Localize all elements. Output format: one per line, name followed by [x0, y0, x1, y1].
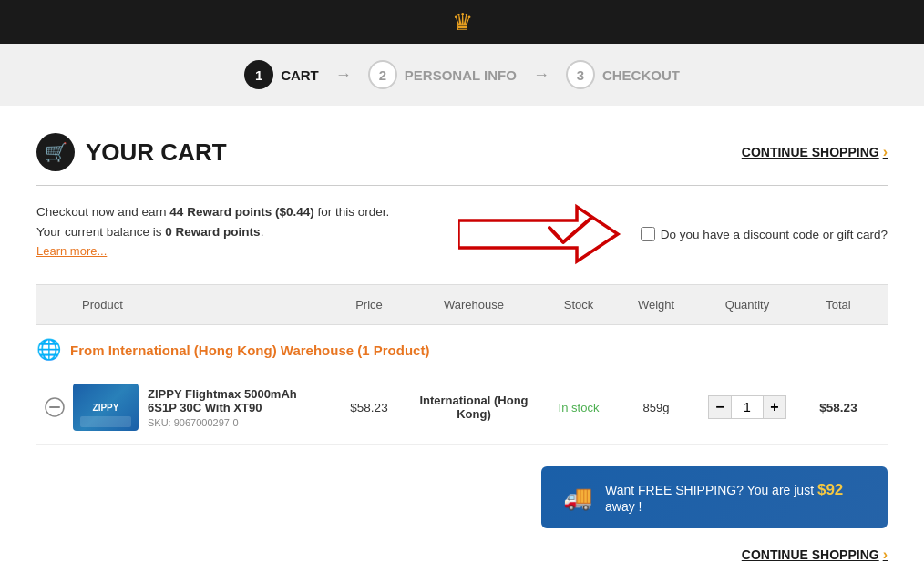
bottom-continue-row: CONTINUE SHOPPING ›	[36, 547, 888, 572]
chevron-right-icon: ›	[883, 144, 888, 160]
svg-marker-0	[458, 207, 618, 261]
product-warehouse: International (Hong Kong)	[410, 394, 538, 421]
globe-icon: 🌐	[36, 338, 61, 362]
discount-label-text: Do you have a discount code or gift card…	[661, 228, 888, 241]
step-3-label: CHECKOUT	[602, 67, 680, 83]
rewards-line2-post: .	[261, 225, 264, 239]
product-price: $58.23	[328, 401, 410, 414]
col-warehouse: Warehouse	[410, 294, 538, 315]
remove-icon	[45, 397, 65, 417]
col-product: Product	[73, 294, 328, 315]
col-quantity: Quantity	[693, 294, 802, 315]
top-bar: ♛	[0, 0, 924, 44]
product-quantity: − +	[693, 395, 802, 419]
product-weight: 859g	[620, 401, 693, 414]
learn-more-link[interactable]: Learn more...	[36, 244, 107, 258]
step-2-label: PERSONAL INFO	[405, 67, 517, 83]
divider-top	[36, 185, 888, 186]
breadcrumb: 1 CART → 2 PERSONAL INFO → 3 CHECKOUT	[0, 44, 924, 106]
product-image: ZIPPY	[73, 384, 139, 431]
product-name: ZIPPY Flightmax 5000mAh 6S1P 30C With XT…	[148, 387, 328, 414]
rewards-points: 44 Reward points ($0.44)	[169, 205, 313, 219]
free-ship-pre: Want FREE SHIPPING? You are just	[605, 483, 817, 497]
arrow-2: →	[533, 66, 549, 85]
red-arrow-icon	[458, 202, 622, 266]
free-ship-amount: $92	[817, 481, 843, 498]
discount-checkbox[interactable]	[641, 227, 655, 241]
step-2: 2 PERSONAL INFO	[368, 60, 517, 89]
truck-icon: 🚚	[563, 484, 592, 512]
col-price: Price	[328, 294, 410, 315]
bottom-continue-label: CONTINUE SHOPPING	[742, 547, 879, 562]
main-content: 🛒 YOUR CART CONTINUE SHOPPING › Checkout…	[0, 106, 924, 583]
free-ship-post: away !	[605, 499, 642, 514]
product-stock: In stock	[538, 401, 620, 414]
quantity-input[interactable]	[732, 395, 763, 419]
step-2-circle: 2	[368, 60, 397, 89]
table-row: ZIPPY ZIPPY Flightmax 5000mAh 6S1P 30C W…	[36, 371, 888, 445]
cart-icon: 🛒	[36, 133, 75, 171]
product-sku: SKU: 9067000297-0	[148, 417, 328, 428]
arrow-1: →	[335, 66, 352, 85]
step-1: 1 CART	[244, 60, 319, 89]
rewards-line2-pre: Your current balance is	[36, 225, 165, 239]
quantity-increase-button[interactable]: +	[763, 395, 786, 419]
step-1-circle: 1	[244, 60, 273, 89]
cart-title-row: 🛒 YOUR CART CONTINUE SHOPPING ›	[36, 133, 888, 171]
col-stock: Stock	[538, 294, 620, 315]
free-shipping-text: Want FREE SHIPPING? You are just $92 awa…	[605, 481, 866, 514]
step-1-label: CART	[281, 67, 319, 83]
chevron-right-bottom-icon: ›	[883, 547, 888, 563]
col-total: Total	[802, 294, 875, 315]
rewards-line1-pre: Checkout now and earn	[36, 205, 169, 219]
continue-shopping-top[interactable]: CONTINUE SHOPPING ›	[742, 144, 888, 160]
rewards-row: Checkout now and earn 44 Reward points (…	[36, 202, 888, 266]
discount-area: Do you have a discount code or gift card…	[407, 202, 888, 266]
remove-button[interactable]	[36, 397, 73, 417]
product-info: ZIPPY ZIPPY Flightmax 5000mAh 6S1P 30C W…	[73, 384, 328, 431]
discount-check-label[interactable]: Do you have a discount code or gift card…	[641, 227, 888, 241]
step-3: 3 CHECKOUT	[566, 60, 680, 89]
cart-title: 🛒 YOUR CART	[36, 133, 227, 171]
rewards-line1-post: for this order.	[314, 205, 390, 219]
product-details: ZIPPY Flightmax 5000mAh 6S1P 30C With XT…	[148, 387, 328, 428]
warehouse-label: From International (Hong Kong) Warehouse…	[70, 343, 429, 358]
col-weight: Weight	[620, 294, 693, 315]
cart-heading: YOUR CART	[86, 138, 227, 167]
table-header: Product Price Warehouse Stock Weight Qua…	[36, 284, 888, 325]
col-remove	[36, 294, 73, 315]
product-total: $58.23	[802, 401, 875, 414]
rewards-text: Checkout now and earn 44 Reward points (…	[36, 202, 389, 261]
warehouse-section: 🌐 From International (Hong Kong) Warehou…	[36, 325, 888, 371]
rewards-balance: 0 Reward points	[165, 225, 260, 239]
free-shipping-banner: 🚚 Want FREE SHIPPING? You are just $92 a…	[541, 466, 888, 528]
step-3-circle: 3	[566, 60, 595, 89]
crown-icon: ♛	[452, 8, 473, 36]
product-img-label: ZIPPY	[89, 403, 123, 413]
quantity-decrease-button[interactable]: −	[708, 395, 732, 419]
continue-shopping-bottom[interactable]: CONTINUE SHOPPING ›	[742, 547, 888, 563]
